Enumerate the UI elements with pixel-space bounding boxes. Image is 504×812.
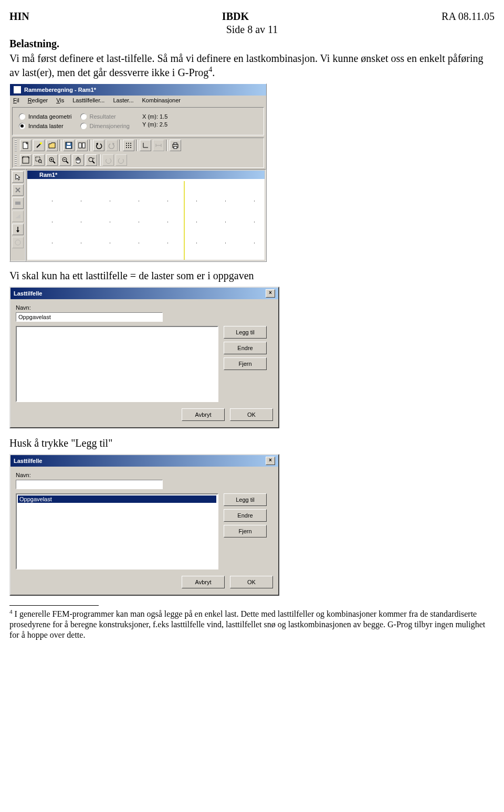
footnote-4: 4 I generelle FEM-programmer kan man ogs…	[9, 608, 495, 640]
svg-line-37	[66, 161, 68, 163]
edit-button[interactable]: Endre	[224, 509, 267, 522]
radio-dot-selected-icon	[19, 123, 25, 129]
paragraph-legg-til: Husk å trykke "Legg til"	[9, 437, 495, 450]
edit-button[interactable]: Endre	[224, 342, 267, 354]
dialog-titlebar[interactable]: Lasttilfelle ×	[10, 288, 278, 299]
para1-text: Vi må først definere et last-tilfelle. S…	[9, 52, 484, 78]
pan-button[interactable]	[72, 154, 84, 166]
window-titlebar[interactable]: Rammeberegning - Ram1*	[10, 84, 266, 96]
dialog-title: Lasttilfelle	[14, 290, 42, 297]
circle-icon	[14, 239, 22, 246]
add-button[interactable]: Legg til	[224, 326, 267, 339]
zoom-in-button[interactable]	[46, 154, 58, 166]
zoom-window-button[interactable]	[33, 154, 45, 166]
coord-x: X (m): 1.5	[142, 113, 167, 120]
arrow-cursor-icon	[14, 173, 22, 181]
header-center: IBDK	[29, 10, 442, 23]
close-button[interactable]: ×	[266, 457, 275, 465]
columns-icon	[78, 142, 86, 149]
page-header: HIN IBDK RA 08.11.05	[9, 10, 495, 23]
axes-button[interactable]	[140, 140, 151, 151]
svg-marker-3	[49, 143, 55, 148]
cancel-button[interactable]: Avbryt	[182, 576, 225, 588]
cancel-button[interactable]: Avbryt	[182, 408, 225, 421]
ramp-tool	[12, 210, 24, 222]
menu-lasttilfeller[interactable]: Lasttilfeller...	[72, 97, 104, 103]
print-button[interactable]	[170, 140, 181, 151]
name-input[interactable]	[16, 480, 163, 489]
app-window-rammeberegning: Rammeberegning - Ram1* Fil Rediger Vis L…	[9, 83, 267, 262]
radio-inndata-laster[interactable]: Inndata laster	[19, 123, 72, 129]
svg-point-2	[40, 142, 42, 144]
ramp-icon	[14, 213, 22, 220]
drawing-area[interactable]: Ram1*	[27, 171, 265, 260]
toolbar-separator	[136, 140, 138, 151]
open-button[interactable]	[46, 140, 58, 151]
delete-tool[interactable]	[12, 184, 24, 196]
remove-button[interactable]: Fjern	[224, 357, 267, 370]
menu-laster[interactable]: Laster...	[113, 97, 133, 103]
dialog-lasttilfelle-1: Lasttilfelle × Navn: Legg til Endre Fjer…	[9, 287, 279, 428]
printer-icon	[172, 142, 179, 149]
page-number: Side 8 av 11	[9, 24, 495, 36]
ok-button[interactable]: OK	[230, 408, 273, 421]
lasttilfelle-listbox[interactable]	[16, 326, 218, 402]
svg-line-40	[92, 161, 94, 163]
close-icon: ×	[269, 457, 272, 463]
wizard-button[interactable]	[33, 140, 45, 151]
svg-rect-28	[23, 157, 29, 163]
close-button[interactable]: ×	[266, 289, 275, 298]
lasttilfelle-listbox[interactable]: Oppgavelast	[16, 493, 218, 570]
section-heading-belastning: Belastning.	[9, 38, 495, 50]
undo-button[interactable]	[93, 140, 104, 151]
fit-icon	[22, 156, 29, 164]
name-input[interactable]	[16, 312, 163, 322]
svg-marker-46	[15, 214, 20, 218]
view-options-panel: Inndata geometri Inndata laster Resultat…	[12, 107, 264, 135]
ok-button[interactable]: OK	[230, 576, 273, 588]
pointer-tool[interactable]	[12, 171, 24, 183]
zoom-extents-button[interactable]	[20, 154, 32, 166]
radio-inndata-geometri[interactable]: Inndata geometri	[19, 113, 72, 120]
folder-open-icon	[48, 142, 56, 149]
fill-tool[interactable]	[12, 197, 24, 209]
grid-button[interactable]	[123, 140, 134, 151]
remove-button[interactable]: Fjern	[224, 525, 267, 537]
header-right: RA 08.11.05	[442, 10, 495, 23]
list-item[interactable]: Oppgavelast	[18, 495, 216, 503]
paragraph-intro: Vi må først definere et last-tilfelle. S…	[9, 52, 495, 79]
svg-point-15	[128, 145, 129, 146]
toolbar-grip-icon[interactable]	[15, 140, 17, 151]
redo-button	[106, 140, 118, 151]
add-button[interactable]: Legg til	[224, 493, 267, 506]
zoom-out-button[interactable]	[59, 154, 71, 166]
svg-rect-29	[36, 157, 40, 161]
left-toolstrip	[10, 169, 26, 261]
svg-rect-5	[67, 146, 71, 148]
zoom-realtime-button[interactable]: +	[86, 154, 97, 166]
menu-vis[interactable]: Vis	[56, 97, 64, 103]
toolbar-grip-icon[interactable]	[15, 154, 17, 166]
layout-button[interactable]	[76, 140, 88, 151]
radio-label: Resultater	[90, 113, 116, 120]
moment-tool	[12, 237, 24, 248]
redo-view-icon	[118, 156, 125, 164]
svg-point-16	[130, 145, 131, 146]
radio-label: Inndata laster	[28, 123, 64, 129]
svg-point-19	[130, 147, 131, 148]
dimension-icon	[155, 142, 162, 149]
point-load-tool[interactable]	[12, 224, 24, 235]
menu-kombinasjoner[interactable]: Kombinasjoner	[142, 97, 181, 103]
svg-rect-26	[174, 143, 177, 144]
document-titlebar[interactable]: Ram1*	[27, 171, 265, 179]
new-file-button[interactable]	[20, 140, 32, 151]
structure-line	[184, 181, 185, 260]
dialog-titlebar[interactable]: Lasttilfelle ×	[10, 455, 278, 467]
grid-dots-icon	[125, 142, 132, 149]
svg-marker-42	[16, 174, 20, 180]
save-button[interactable]	[63, 140, 75, 151]
menu-rediger[interactable]: Rediger	[28, 97, 48, 103]
x-icon	[14, 186, 22, 194]
doc-icon	[30, 172, 37, 178]
menu-fil[interactable]: Fil	[13, 97, 19, 103]
